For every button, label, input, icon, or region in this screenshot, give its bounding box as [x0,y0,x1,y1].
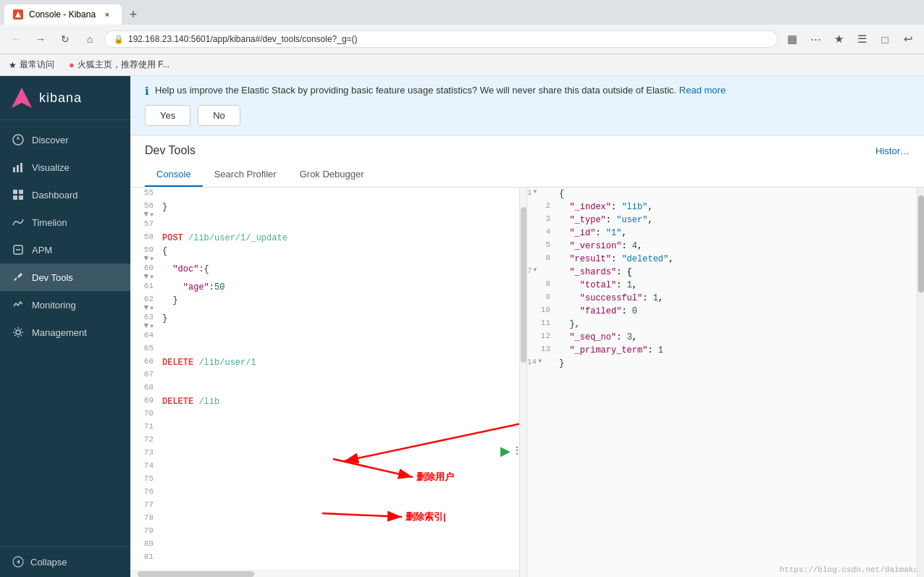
run-button[interactable]: ▶ [500,443,511,459]
back-arrow-button[interactable]: ↩ [898,29,918,49]
timelion-icon [12,216,25,229]
main-content: ℹ Help us improve the Elastic Stack by p… [130,76,924,577]
table-row: 5 "_version": 4, [527,240,924,253]
svg-rect-11 [14,277,17,281]
address-text: 192.168.23.140:5601/app/kibana#/dev_tool… [128,34,358,44]
sidebar-item-monitoring-label: Monitoring [32,300,76,311]
sidebar-logo: kibana [0,76,130,120]
editor-bottom-scroll[interactable] [130,570,519,577]
sidebar-item-dashboard[interactable]: Dashboard [0,181,130,209]
table-row: 56 ▼ } [130,201,526,219]
table-row: 62 ▼ } [130,294,526,312]
sidebar-item-monitoring[interactable]: Monitoring [0,291,130,319]
sidebar-item-timelion-label: Timelion [32,217,67,228]
address-bar[interactable]: 🔒 192.168.23.140:5601/app/kibana#/dev_to… [104,30,778,48]
table-row: 71 [130,421,526,434]
sidebar-item-management[interactable]: Management [0,319,130,346]
bookmark-frequent[interactable]: ★ 最常访问 [6,57,57,72]
info-banner: ℹ Help us improve the Elastic Stack by p… [130,76,924,135]
banner-buttons: Yes No [145,105,910,126]
app-layout: kibana Discover Visualize [0,76,924,577]
firefox-icon: ● [69,59,75,70]
svg-rect-5 [13,190,17,194]
bookmark-firefox[interactable]: ● 火狐主页，推荐使用 F... [66,57,172,72]
sidebar-item-discover[interactable]: Discover [0,126,130,153]
history-link[interactable]: Histor… [875,146,910,156]
table-row: 73 [130,447,526,460]
sidebar-nav: Discover Visualize Dashboard [0,120,130,546]
table-row: 2 "_index": "lib", [527,201,924,214]
output-scrollbar[interactable] [917,188,924,577]
sidebar-item-timelion[interactable]: Timelion [0,209,130,236]
svg-rect-2 [13,167,15,172]
home-button[interactable]: ⌂ [80,29,100,49]
bookmark-button[interactable]: ★ [828,29,849,49]
svg-rect-3 [17,165,19,172]
tab-grok-debugger[interactable]: Grok Debugger [288,163,376,187]
sidebar-button[interactable]: □ [875,29,895,49]
editor-scrollbar[interactable] [519,188,526,577]
svg-point-12 [16,330,20,334]
console-area: 55 56 ▼ } 57 58 [130,188,924,577]
browser-chrome: Console - Kibana × + ← → ↻ ⌂ 🔒 192.168.2… [0,0,924,76]
qr-code-button[interactable]: ▦ [782,29,802,49]
editor-bottom-scroll-thumb[interactable] [138,571,254,577]
sidebar-item-visualize-label: Visualize [32,162,70,173]
table-row: 14▼ } [527,357,924,370]
table-row: 63 ▼ } [130,312,526,330]
output-scrollbar-thumb[interactable] [918,195,924,293]
tab-bar: Console - Kibana × + [0,0,924,25]
forward-button[interactable]: → [30,29,51,49]
svg-rect-8 [19,195,23,200]
table-row: 9 "successful": 1, [527,292,924,305]
sidebar-item-apm[interactable]: APM [0,236,130,264]
new-tab-button[interactable]: + [123,4,143,25]
svg-rect-6 [19,190,23,194]
table-row: 11 }, [527,318,924,331]
table-row: 58 POST /lib/user/1/_update [130,232,526,245]
table-row: 12 "_seq_no": 3, [527,331,924,344]
sidebar-item-dashboard-label: Dashboard [32,190,78,201]
editor-panel[interactable]: 55 56 ▼ } 57 58 [130,188,527,577]
table-row: 8 "total": 1, [527,279,924,292]
no-button[interactable]: No [198,105,240,126]
sidebar: kibana Discover Visualize [0,76,130,577]
table-row: 76 [130,487,526,500]
editor-content[interactable]: 55 56 ▼ } 57 58 [130,188,526,577]
editor-scrollbar-thumb[interactable] [521,207,526,363]
svg-rect-4 [20,163,22,172]
sidebar-item-devtools[interactable]: Dev Tools [0,264,130,291]
reader-view-button[interactable]: ☰ [852,29,872,49]
devtools-tabs: Console Search Profiler Grok Debugger [145,163,910,187]
table-row: 10 "failed": 0 [527,305,924,318]
browser-toolbar: ← → ↻ ⌂ 🔒 192.168.23.140:5601/app/kibana… [0,25,924,54]
browser-tab-active[interactable]: Console - Kibana × [4,4,122,25]
tab-close-button[interactable]: × [101,9,113,20]
table-row: 65 [130,343,526,356]
tab-console[interactable]: Console [145,163,203,187]
compass-icon [12,133,25,146]
tab-search-profiler[interactable]: Search Profiler [203,163,288,187]
table-row: 74 [130,460,526,473]
dashboard-icon [12,188,25,201]
sidebar-item-discover-label: Discover [32,135,69,146]
star-icon: ★ [9,60,17,70]
back-button[interactable]: ← [6,29,26,49]
table-row: 75 [130,473,526,487]
table-row: 67 [130,369,526,382]
sidebar-collapse-button[interactable]: Collapse [0,546,130,577]
kibana-logo-icon [12,88,32,108]
more-button[interactable]: ⋯ [805,29,826,49]
watermark: https://blog.csdn.net/daimaku [780,565,918,574]
sidebar-item-visualize[interactable]: Visualize [0,153,130,181]
collapse-label: Collapse [30,557,67,568]
bookmarks-bar: ★ 最常访问 ● 火狐主页，推荐使用 F... [0,54,924,76]
table-row: 72 [130,434,526,447]
wrench-icon [12,271,25,284]
security-icon: 🔒 [114,35,124,44]
reload-button[interactable]: ↻ [55,29,75,49]
read-more-link[interactable]: Read more [679,85,726,96]
yes-button[interactable]: Yes [145,105,190,126]
table-row: 55 [130,188,526,201]
gear-icon [12,326,25,339]
